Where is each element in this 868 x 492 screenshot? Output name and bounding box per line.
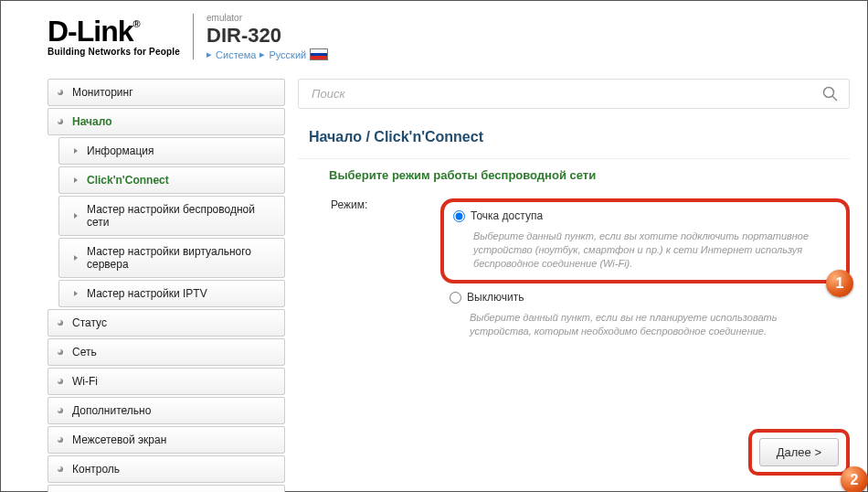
option-access-point[interactable]: Точка доступа Выберите данный пункт, есл… [440, 198, 850, 283]
sidebar-sub-info[interactable]: Информация [58, 137, 285, 165]
sidebar-item-firewall[interactable]: Межсетевой экран [48, 426, 285, 454]
option-disable[interactable]: Выключить Выберите данный пункт, если вы… [440, 283, 850, 348]
search-input[interactable]: Поиск [298, 79, 850, 109]
sidebar-sub-iptv[interactable]: Мастер настройки IPTV [58, 280, 285, 307]
panel-subtitle: Выберите режим работы беспроводной сети [329, 168, 850, 182]
mode-label: Режим: [331, 198, 440, 211]
option-desc: Выберите данный пункт, если вы хотите по… [473, 230, 815, 271]
annotation-badge-2: 2 [841, 466, 868, 492]
panel: Выберите режим работы беспроводной сети … [298, 158, 850, 348]
svg-line-1 [832, 96, 837, 101]
breadcrumb: Начало / Click'n'Connect [309, 129, 850, 145]
sidebar-item-advanced[interactable]: Дополнительно [48, 397, 285, 424]
sidebar-item-control[interactable]: Контроль [48, 455, 285, 483]
sidebar: Мониторинг Начало Информация Click'n'Con… [48, 79, 285, 492]
option-desc: Выберите данный пункт, если вы не планир… [470, 311, 819, 338]
svg-point-0 [824, 88, 834, 98]
sidebar-item-network[interactable]: Сеть [48, 338, 285, 366]
radio-disable[interactable] [450, 292, 461, 304]
sidebar-sub-cnc[interactable]: Click'n'Connect [58, 166, 285, 194]
next-button[interactable]: Далее > [759, 438, 839, 466]
content: Поиск Начало / Click'n'Connect Выберите … [298, 79, 850, 348]
search-icon [821, 85, 840, 103]
footer: Далее > 2 [748, 429, 850, 476]
sidebar-sub-wireless[interactable]: Мастер настройки беспроводной сети [58, 196, 285, 236]
sidebar-sub-vserver[interactable]: Мастер настройки виртуального сервера [58, 238, 285, 278]
sidebar-item-monitoring[interactable]: Мониторинг [48, 79, 285, 106]
sidebar-item-yandexdns[interactable]: Яндекс.DNS [48, 485, 285, 492]
sidebar-item-start[interactable]: Начало [48, 108, 285, 135]
sidebar-item-status[interactable]: Статус [48, 309, 285, 337]
mode-options: Точка доступа Выберите данный пункт, есл… [440, 198, 850, 348]
sidebar-item-wifi[interactable]: Wi-Fi [48, 368, 285, 395]
radio-access-point[interactable] [453, 210, 465, 222]
